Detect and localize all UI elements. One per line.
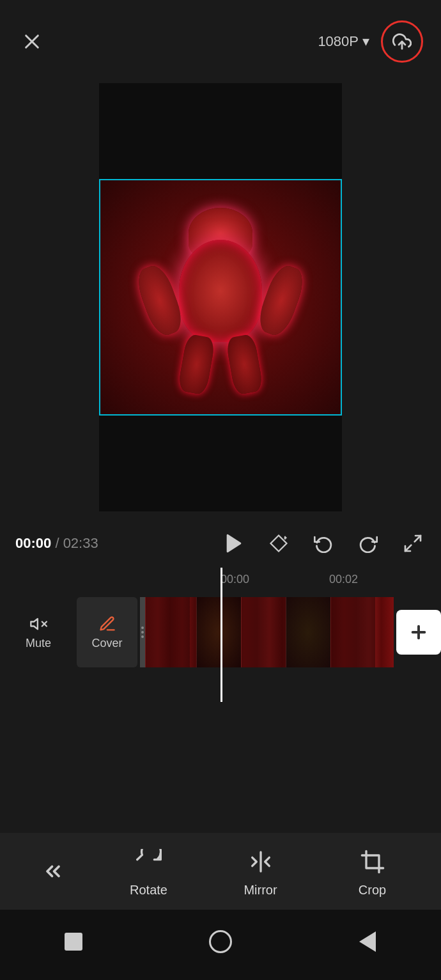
video-frame [99,179,342,416]
playhead [220,568,222,702]
mute-label: Mute [26,637,51,650]
svg-line-6 [415,536,421,541]
mirror-tool[interactable]: Mirror [226,846,296,898]
mirror-label: Mirror [244,883,277,898]
home-icon [209,930,232,953]
cover-button[interactable]: Cover [77,597,137,667]
timestamp-1: 00:02 [329,573,438,586]
clip-thumb-1 [145,597,190,667]
stop-button[interactable] [54,922,93,961]
video-top-letterbox [99,83,342,179]
back-nav-button[interactable] [348,922,387,961]
time-separator: / [51,535,63,551]
svg-marker-3 [228,535,240,552]
cover-label: Cover [91,637,122,650]
upload-button[interactable] [381,20,423,63]
play-button[interactable] [221,531,247,556]
clip-strip [145,597,394,667]
divider-dots [141,626,144,638]
monster-body [179,240,262,342]
resolution-selector[interactable]: 1080P ▾ [318,33,369,50]
video-content [100,180,341,414]
clip-thumb-5 [330,597,375,667]
crop-label: Crop [359,883,386,898]
resolution-value: 1080P [318,33,359,50]
undo-button[interactable] [311,531,336,556]
resolution-arrow: ▾ [362,33,369,50]
crop-icon [357,846,389,878]
rotate-icon [133,846,165,878]
keyframe-button[interactable] [266,531,291,556]
svg-rect-14 [366,855,379,868]
playback-controls [221,531,426,556]
monster-graphic [150,201,291,393]
clip-thumb-3 [241,597,286,667]
back-button[interactable] [34,852,72,891]
svg-marker-8 [31,618,38,628]
time-display: 00:00 / 02:33 [15,535,221,552]
timeline-area: 00:00 00:02 Mute Cover [0,568,441,702]
stop-icon [65,933,82,951]
timestamp-0: 00:00 [220,573,329,586]
top-right-controls: 1080P ▾ [318,20,423,63]
current-time: 00:00 [15,535,51,551]
track-divider[interactable] [140,597,145,667]
monster-leg-left [178,334,216,395]
add-clip-button[interactable] [396,610,441,655]
redo-button[interactable] [355,531,381,556]
home-button[interactable] [201,922,240,961]
mirror-icon [245,846,277,878]
fullscreen-button[interactable] [400,531,426,556]
clip-thumb-4 [286,597,330,667]
crop-tool[interactable]: Crop [337,846,408,898]
track-clips[interactable]: 02:31 [145,597,394,667]
close-button[interactable] [18,27,46,56]
mute-control[interactable]: Mute [0,615,77,650]
clip-thumb-2 [196,597,241,667]
video-preview [99,83,342,511]
back-nav-icon [359,931,376,952]
bottom-toolbar: Rotate Mirror Crop [0,833,441,910]
rotate-tool[interactable]: Rotate [114,846,184,898]
playback-bar: 00:00 / 02:33 [0,518,441,569]
top-bar: 1080P ▾ [0,0,441,83]
system-nav [0,910,441,980]
video-bottom-letterbox [99,416,342,511]
monster-arm-right [254,262,309,339]
total-time: 02:33 [63,535,98,551]
rotate-label: Rotate [130,883,167,898]
monster-leg-right [226,334,264,395]
svg-line-7 [405,545,411,551]
